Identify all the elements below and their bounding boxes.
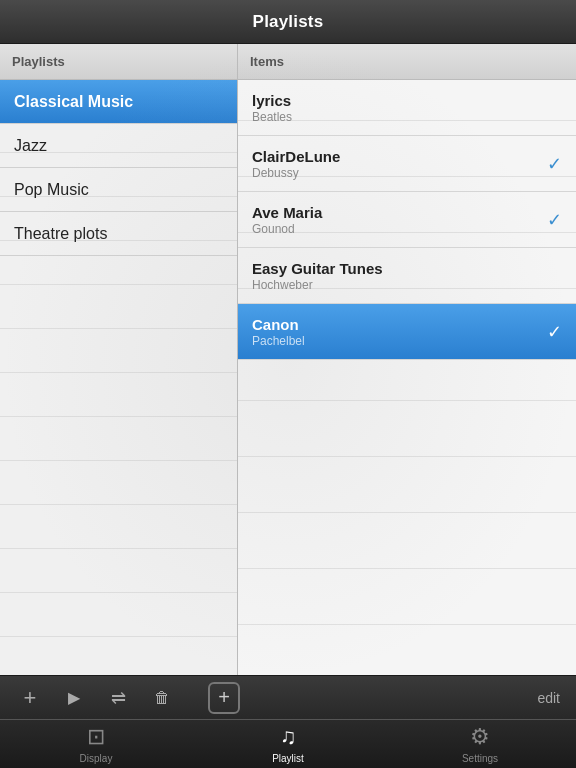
tab-bar: ⊡ Display ♫ Playlist ⚙ Settings	[0, 719, 576, 768]
item-text: Ave Maria Gounod	[252, 204, 539, 236]
main-content: Playlists Classical Music Jazz Pop Music…	[0, 44, 576, 680]
display-icon: ⊡	[87, 724, 105, 750]
add-button[interactable]: +	[12, 680, 48, 716]
shuffle-button[interactable]: ⇌	[100, 680, 136, 716]
left-panel-title: Playlists	[12, 54, 65, 69]
item-title: Ave Maria	[252, 204, 539, 221]
title-bar: Playlists	[0, 0, 576, 44]
checkmark-icon: ✓	[547, 153, 562, 175]
tab-settings-label: Settings	[462, 753, 498, 764]
item-text: lyrics Beatles	[252, 92, 562, 124]
item-text: Canon Pachelbel	[252, 316, 539, 348]
right-panel-header: Items	[238, 44, 576, 80]
item-row-avemaria[interactable]: Ave Maria Gounod ✓	[238, 192, 576, 248]
playlist-item-jazz[interactable]: Jazz	[0, 124, 237, 168]
item-title: Easy Guitar Tunes	[252, 260, 562, 277]
playlist-item-label: Theatre plots	[14, 225, 107, 243]
tab-playlist[interactable]: ♫ Playlist	[192, 720, 384, 768]
delete-button[interactable]: 🗑	[144, 680, 180, 716]
edit-button[interactable]: edit	[537, 690, 564, 706]
playlist-list: Classical Music Jazz Pop Music Theatre p…	[0, 80, 237, 256]
item-title: lyrics	[252, 92, 562, 109]
item-subtitle: Beatles	[252, 110, 562, 124]
tab-display[interactable]: ⊡ Display	[0, 720, 192, 768]
page-title: Playlists	[253, 12, 324, 32]
item-title: ClairDeLune	[252, 148, 539, 165]
item-row-clair[interactable]: ClairDeLune Debussy ✓	[238, 136, 576, 192]
checkmark-icon: ✓	[547, 209, 562, 231]
left-panel-header: Playlists	[0, 44, 237, 80]
item-title: Canon	[252, 316, 539, 333]
right-panel: Items lyrics Beatles ClairDeLune Debussy…	[238, 44, 576, 680]
playlist-item-label: Jazz	[14, 137, 47, 155]
left-panel: Playlists Classical Music Jazz Pop Music…	[0, 44, 238, 680]
item-subtitle: Gounod	[252, 222, 539, 236]
playlist-item-theatre[interactable]: Theatre plots	[0, 212, 237, 256]
playlist-item-label: Pop Music	[14, 181, 89, 199]
tab-settings[interactable]: ⚙ Settings	[384, 720, 576, 768]
item-text: Easy Guitar Tunes Hochweber	[252, 260, 562, 292]
item-subtitle: Debussy	[252, 166, 539, 180]
tab-playlist-label: Playlist	[272, 753, 304, 764]
play-button[interactable]: ▶	[56, 680, 92, 716]
item-text: ClairDeLune Debussy	[252, 148, 539, 180]
bottom-toolbar: + ▶ ⇌ 🗑 + edit	[0, 675, 576, 719]
item-subtitle: Pachelbel	[252, 334, 539, 348]
playlist-icon: ♫	[280, 724, 297, 750]
items-list: lyrics Beatles ClairDeLune Debussy ✓ Ave…	[238, 80, 576, 360]
settings-icon: ⚙	[470, 724, 490, 750]
right-panel-title: Items	[250, 54, 284, 69]
item-row-canon[interactable]: Canon Pachelbel ✓	[238, 304, 576, 360]
item-row-guitar[interactable]: Easy Guitar Tunes Hochweber	[238, 248, 576, 304]
tab-display-label: Display	[80, 753, 113, 764]
add-items-button[interactable]: +	[208, 682, 240, 714]
item-row-lyrics[interactable]: lyrics Beatles	[238, 80, 576, 136]
playlist-item-label: Classical Music	[14, 93, 133, 111]
checkmark-icon: ✓	[547, 321, 562, 343]
item-subtitle: Hochweber	[252, 278, 562, 292]
playlist-item-pop[interactable]: Pop Music	[0, 168, 237, 212]
playlist-item-classical[interactable]: Classical Music	[0, 80, 237, 124]
